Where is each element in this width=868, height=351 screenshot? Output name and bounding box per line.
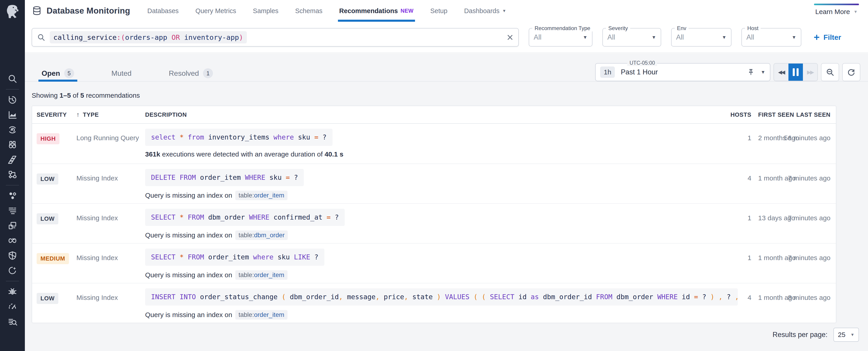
tab-databases[interactable]: Databases (147, 0, 179, 22)
table-header-row: SEVERITY ↑ TYPE DESCRIPTION HOSTS FIRST … (32, 106, 836, 124)
ci-pipelines-icon[interactable] (0, 233, 25, 248)
refresh-button[interactable] (842, 63, 860, 81)
env-dropdown[interactable]: Env All ▼ (671, 28, 732, 47)
column-hosts[interactable]: HOSTS (730, 111, 751, 118)
rum-icon[interactable] (0, 218, 25, 233)
recommendation-type: Missing Index (76, 164, 145, 182)
tab-dashboards[interactable]: Dashboards ▼ (464, 0, 506, 22)
page-header: Database Monitoring Databases Query Metr… (25, 0, 868, 53)
table-row[interactable]: HIGH Long Running Query select * from in… (32, 124, 836, 164)
sql-query[interactable]: SELECT * FROM dbm_order WHERE confirmed_… (145, 209, 345, 226)
column-type[interactable]: ↑ TYPE (76, 111, 145, 118)
add-filter-label: Filter (824, 33, 841, 41)
sidebar-divider (0, 86, 25, 92)
tab-samples[interactable]: Samples (253, 0, 278, 22)
table-row[interactable]: MEDIUM Missing Index SELECT * FROM order… (32, 243, 836, 283)
results-summary: Showing 1–5 of 5 recommendations (32, 92, 140, 99)
table-tag[interactable]: table:dbm_order (235, 230, 288, 240)
metrics-icon[interactable] (0, 108, 25, 122)
chevron-down-icon: ▼ (716, 35, 726, 40)
column-first-seen[interactable]: FIRST SEEN (751, 111, 803, 118)
severity-badge: LOW (37, 293, 58, 304)
service-management-icon[interactable] (0, 263, 25, 278)
history-icon[interactable] (0, 92, 25, 108)
last-seen: 7 minutes ago (788, 204, 831, 222)
arrow-up-icon: ↑ (76, 111, 80, 118)
last-seen: 7 minutes ago (788, 164, 831, 182)
severity-badge: LOW (37, 173, 58, 184)
tab-open[interactable]: Open 5 (41, 65, 74, 81)
recommendation-type: Long Running Query (76, 124, 145, 142)
tab-resolved[interactable]: Resolved 1 (169, 65, 213, 81)
table-row[interactable]: LOW Missing Index SELECT * FROM dbm_orde… (32, 203, 836, 243)
recommendations-table: SEVERITY ↑ TYPE DESCRIPTION HOSTS FIRST … (32, 106, 836, 323)
recommendation-type: Missing Index (76, 204, 145, 222)
watchdog-icon[interactable] (0, 122, 25, 137)
host-dropdown[interactable]: Host All ▼ (741, 28, 801, 47)
time-range-picker[interactable]: UTC-05:00 1h Past 1 Hour ▼ (595, 63, 770, 81)
datadog-logo[interactable] (0, 0, 25, 23)
tab-recommendations[interactable]: Recommendations NEW (339, 0, 414, 22)
dropdown-label: Env (675, 25, 688, 31)
network-map-icon[interactable] (0, 167, 25, 182)
table-row[interactable]: LOW Missing Index INSERT INTO order_stat… (32, 283, 836, 323)
fast-forward-button[interactable]: ▶▶ (803, 63, 817, 81)
sql-query[interactable]: DELETE FROM order_item WHERE sku = ? (145, 169, 304, 186)
recommendation-detail: Query is missing an index on (145, 192, 232, 199)
results-per-page-select[interactable]: 25 ▼ (833, 328, 859, 342)
close-icon[interactable]: × (507, 32, 513, 43)
learn-more-button[interactable]: Learn More ▼ (814, 4, 859, 16)
serverless-layers-icon[interactable] (0, 152, 25, 167)
table-tag[interactable]: table:order_item (235, 191, 287, 200)
column-severity[interactable]: SEVERITY (37, 111, 76, 118)
recommendation-detail: Query is missing an index on (145, 231, 232, 239)
sql-query[interactable]: SELECT * FROM order_item where sku LIKE … (145, 248, 324, 266)
hosts-count: 4 (747, 164, 751, 182)
sidebar-divider (0, 278, 25, 284)
rewind-button[interactable]: ◀◀ (774, 63, 788, 81)
tab-setup[interactable]: Setup (430, 0, 447, 22)
last-seen: 7 minutes ago (788, 243, 831, 262)
interval-chip[interactable]: 1h (600, 66, 615, 78)
table-tag[interactable]: table:order_item (235, 270, 287, 280)
sql-query[interactable]: select * from inventory_items where sku … (145, 129, 333, 146)
recommendation-detail: Query is missing an index on (145, 271, 232, 279)
chevron-down-icon[interactable]: ▼ (761, 69, 765, 75)
search-icon[interactable] (0, 71, 25, 86)
refresh-icon (847, 68, 856, 77)
dropdown-label: Recommendation Type (532, 25, 592, 31)
results-per-page-value: 25 (838, 331, 845, 339)
plus-icon (813, 34, 820, 41)
learn-more-label: Learn More (815, 8, 850, 16)
table-tag[interactable]: table:order_item (235, 310, 287, 320)
resolved-count-badge: 1 (203, 68, 213, 78)
security-shield-icon[interactable] (0, 248, 25, 263)
time-playback-group: ◀◀ ▶▶ (774, 63, 818, 81)
tab-schemas[interactable]: Schemas (295, 0, 322, 22)
recommendation-detail: Query is missing an index on (145, 311, 232, 319)
table-body: HIGH Long Running Query select * from in… (32, 124, 836, 323)
severity-dropdown[interactable]: Severity All ▼ (602, 28, 661, 47)
sql-query[interactable]: INSERT INTO order_status_change ( dbm_or… (145, 288, 738, 305)
add-filter-button[interactable]: Filter (813, 33, 841, 41)
zoom-out-button[interactable] (821, 63, 839, 81)
tab-query-metrics[interactable]: Query Metrics (195, 0, 236, 22)
gradient-accent-bar (814, 4, 859, 5)
column-description[interactable]: DESCRIPTION (145, 111, 738, 118)
containers-icon[interactable] (0, 188, 25, 203)
error-tracking-bug-icon[interactable] (0, 284, 25, 299)
recommendation-type: Missing Index (76, 283, 145, 301)
open-count-badge: 5 (64, 68, 74, 78)
search-query-token[interactable]: calling_service:(orders-app OR inventory… (50, 31, 247, 43)
profiling-gauge-icon[interactable] (0, 299, 25, 314)
column-last-seen[interactable]: LAST SEEN (796, 111, 831, 118)
search-input[interactable]: calling_service:(orders-app OR inventory… (32, 28, 519, 47)
pin-icon[interactable] (747, 68, 755, 76)
apm-binoculars-icon[interactable] (0, 137, 25, 152)
database-monitoring-icon[interactable] (0, 314, 25, 329)
tab-muted[interactable]: Muted (112, 65, 131, 81)
logs-icon[interactable] (0, 203, 25, 218)
recommendation-type-dropdown[interactable]: Recommendation Type All ▼ (529, 28, 592, 47)
table-row[interactable]: LOW Missing Index DELETE FROM order_item… (32, 164, 836, 203)
pause-button[interactable] (788, 63, 803, 81)
